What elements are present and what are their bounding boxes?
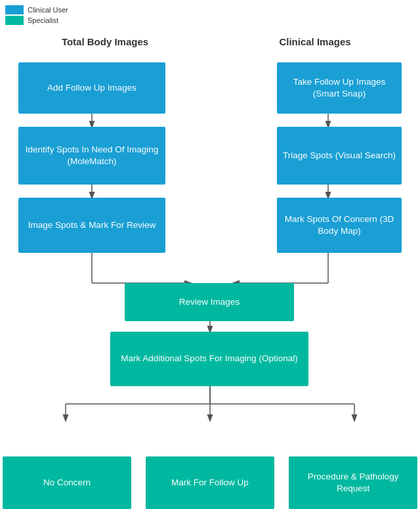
legend-item-clinical-user: Clinical User xyxy=(5,5,68,14)
add-follow-up-box[interactable]: Add Follow Up Images xyxy=(18,62,165,114)
arrows-svg xyxy=(0,56,420,509)
mark-additional-label: Mark Additional Spots For Imaging (Optio… xyxy=(121,353,297,365)
legend-label-specialist: Specialist xyxy=(28,16,58,24)
image-spots-label: Image Spots & Mark For Review xyxy=(28,219,156,231)
mark-spots-box[interactable]: Mark Spots Of Concern (3D Body Map) xyxy=(277,198,402,253)
legend: Clinical User Specialist xyxy=(5,5,68,25)
review-images-label: Review Images xyxy=(179,296,240,308)
image-spots-box[interactable]: Image Spots & Mark For Review xyxy=(18,198,165,253)
column-headers: Total Body Images Clinical Images xyxy=(0,36,420,47)
mark-spots-label: Mark Spots Of Concern (3D Body Map) xyxy=(282,213,396,237)
right-column-header: Clinical Images xyxy=(249,36,381,47)
take-follow-up-box[interactable]: Take Follow Up Images (Smart Snap) xyxy=(277,62,402,114)
procedure-pathology-box[interactable]: Procedure & Pathology Request xyxy=(289,456,417,509)
mark-additional-box[interactable]: Mark Additional Spots For Imaging (Optio… xyxy=(110,332,308,386)
legend-color-blue xyxy=(5,5,24,14)
legend-color-teal xyxy=(5,16,24,25)
triage-spots-box[interactable]: Triage Spots (Visual Search) xyxy=(277,127,402,185)
triage-spots-label: Triage Spots (Visual Search) xyxy=(283,150,396,162)
take-follow-up-label: Take Follow Up Images (Smart Snap) xyxy=(282,76,396,100)
procedure-pathology-label: Procedure & Pathology Request xyxy=(294,471,412,495)
add-follow-up-label: Add Follow Up Images xyxy=(47,82,136,94)
mark-follow-up-box[interactable]: Mark For Follow Up xyxy=(146,456,274,509)
review-images-box[interactable]: Review Images xyxy=(125,283,294,321)
bottom-row: No Concern Mark For Follow Up Procedure … xyxy=(0,456,420,509)
no-concern-label: No Concern xyxy=(43,477,91,489)
no-concern-box[interactable]: No Concern xyxy=(3,456,131,509)
identify-spots-label: Identify Spots In Need Of Imaging (MoleM… xyxy=(24,144,160,167)
identify-spots-box[interactable]: Identify Spots In Need Of Imaging (MoleM… xyxy=(18,127,165,185)
left-column-header: Total Body Images xyxy=(39,36,171,47)
flowchart: Add Follow Up Images Identify Spots In N… xyxy=(0,56,420,509)
legend-item-specialist: Specialist xyxy=(5,16,68,25)
mark-follow-up-label: Mark For Follow Up xyxy=(171,477,249,489)
legend-label-clinical-user: Clinical User xyxy=(28,6,68,14)
